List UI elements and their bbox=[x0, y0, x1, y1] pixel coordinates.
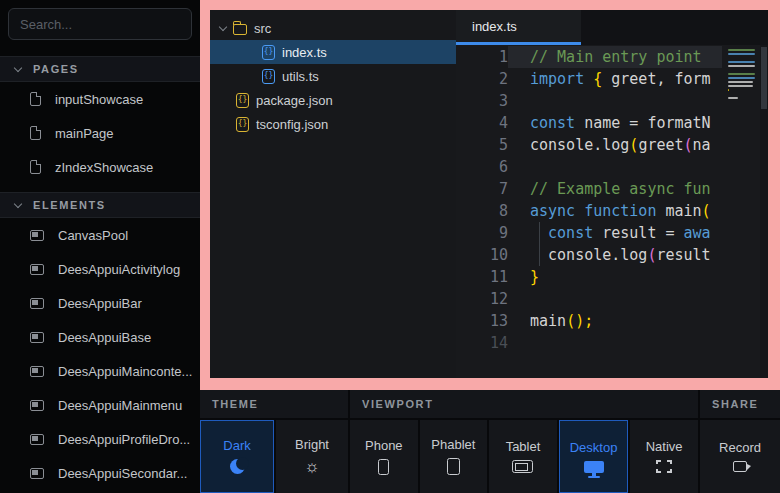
chevron-down-icon bbox=[219, 22, 227, 30]
sun-icon bbox=[304, 458, 320, 475]
share-group: Record bbox=[700, 420, 780, 493]
sidebar-item-label: DeesAppuiBase bbox=[58, 330, 151, 345]
code-area: 1// Main entry point2import { greet, for… bbox=[456, 45, 768, 378]
sidebar: PAGES inputShowcase mainPage zIndexShowc… bbox=[0, 0, 200, 493]
code-line: 14 bbox=[456, 332, 722, 354]
tree-file-package-json[interactable]: package.json bbox=[210, 88, 456, 112]
ts-file-icon bbox=[262, 69, 275, 84]
share-record-button[interactable]: Record bbox=[700, 420, 780, 493]
viewport-native-button[interactable]: Native bbox=[630, 420, 698, 493]
section-label: ELEMENTS bbox=[33, 199, 106, 211]
tree-file-tsconfig-json[interactable]: tsconfig.json bbox=[210, 112, 456, 136]
sidebar-item-inputshowcase[interactable]: inputShowcase bbox=[0, 82, 200, 116]
sidebar-item-label: DeesAppuiMainconte... bbox=[58, 364, 192, 379]
app-root: PAGES inputShowcase mainPage zIndexShowc… bbox=[0, 0, 780, 493]
button-label: Tablet bbox=[506, 440, 541, 453]
sidebar-item-deesappuisecondar[interactable]: DeesAppuiSecondar... bbox=[0, 456, 200, 490]
minimap[interactable] bbox=[728, 49, 758, 378]
page-icon bbox=[30, 126, 41, 140]
code-line: 8async function main( bbox=[456, 200, 722, 222]
phone-icon bbox=[378, 459, 389, 475]
element-icon bbox=[30, 332, 44, 343]
json-file-icon bbox=[236, 93, 249, 108]
button-label: Record bbox=[719, 441, 761, 454]
sidebar-item-canvaspool[interactable]: CanvasPool bbox=[0, 218, 200, 252]
tab-label: index.ts bbox=[472, 19, 517, 34]
sidebar-section-elements[interactable]: ELEMENTS bbox=[0, 192, 200, 218]
theme-section-label: THEME bbox=[200, 390, 348, 418]
sidebar-item-zindexshowcase[interactable]: zIndexShowcase bbox=[0, 150, 200, 184]
button-label: Bright bbox=[295, 438, 329, 451]
tree-file-utils-ts[interactable]: utils.ts bbox=[210, 64, 456, 88]
button-label: Desktop bbox=[570, 441, 618, 454]
sidebar-item-label: zIndexShowcase bbox=[55, 160, 153, 175]
button-label: Phone bbox=[365, 439, 403, 452]
button-label: Native bbox=[646, 440, 683, 453]
desktop-monitor-icon bbox=[584, 461, 604, 473]
scrollbar-thumb[interactable] bbox=[761, 47, 767, 109]
element-icon bbox=[30, 400, 44, 411]
chevron-down-icon bbox=[14, 199, 22, 207]
viewport-desktop-button[interactable]: Desktop bbox=[559, 420, 629, 493]
sidebar-item-label: DeesAppuiBar bbox=[58, 296, 142, 311]
json-file-icon bbox=[236, 117, 249, 132]
theme-dark-button[interactable]: Dark bbox=[200, 420, 274, 493]
tree-label: utils.ts bbox=[282, 69, 319, 84]
element-icon bbox=[30, 434, 44, 445]
code-editor: index.ts 1// Main entry point2import { g… bbox=[456, 10, 768, 378]
properties-bar-buttons: Dark Bright Phone Phablet Tabl bbox=[200, 420, 780, 493]
share-section-label: SHARE bbox=[700, 390, 780, 418]
theme-bright-button[interactable]: Bright bbox=[276, 420, 348, 493]
code-line: 11} bbox=[456, 266, 722, 288]
code-lines[interactable]: 1// Main entry point2import { greet, for… bbox=[456, 46, 722, 378]
viewport-group: Phone Phablet Tablet Desktop Native bbox=[350, 420, 698, 493]
editor-tabbar: index.ts bbox=[456, 10, 768, 45]
chevron-down-icon bbox=[14, 63, 22, 71]
page-icon bbox=[30, 92, 41, 106]
sidebar-item-deesappuimainmenu[interactable]: DeesAppuiMainmenu bbox=[0, 388, 200, 422]
video-camera-icon bbox=[733, 461, 747, 472]
viewport-tablet-button[interactable]: Tablet bbox=[489, 420, 557, 493]
phablet-icon bbox=[447, 458, 460, 475]
button-label: Phablet bbox=[431, 438, 475, 451]
code-line: 13main(); bbox=[456, 310, 722, 332]
sidebar-item-label: DeesAppuiProfileDro... bbox=[58, 432, 190, 447]
viewport-section-label: VIEWPORT bbox=[350, 390, 698, 418]
viewport-phablet-button[interactable]: Phablet bbox=[420, 420, 488, 493]
tree-label: package.json bbox=[256, 93, 333, 108]
fullscreen-icon bbox=[656, 460, 672, 473]
tree-folder-src[interactable]: src bbox=[210, 16, 456, 40]
code-line: 10 console.log(result bbox=[456, 244, 722, 266]
sidebar-item-deesappuiprofiledro[interactable]: DeesAppuiProfileDro... bbox=[0, 422, 200, 456]
moon-icon bbox=[230, 459, 245, 474]
sidebar-item-label: mainPage bbox=[55, 126, 114, 141]
search-input[interactable] bbox=[8, 8, 192, 40]
sidebar-item-deesappuibar[interactable]: DeesAppuiBar bbox=[0, 286, 200, 320]
code-line: 9 const result = awa bbox=[456, 222, 722, 244]
code-line: 4const name = formatN bbox=[456, 112, 722, 134]
element-icon bbox=[30, 468, 44, 479]
sidebar-item-deesappuimainconte[interactable]: DeesAppuiMainconte... bbox=[0, 354, 200, 388]
sidebar-item-mainpage[interactable]: mainPage bbox=[0, 116, 200, 150]
viewport-phone-button[interactable]: Phone bbox=[350, 420, 418, 493]
section-label: PAGES bbox=[33, 63, 79, 75]
tree-file-index-ts[interactable]: index.ts bbox=[210, 40, 456, 64]
sidebar-item-deesappuiactivitylog[interactable]: DeesAppuiActivitylog bbox=[0, 252, 200, 286]
folder-icon bbox=[233, 24, 247, 35]
code-line: 7// Example async fun bbox=[456, 178, 722, 200]
sidebar-section-pages[interactable]: PAGES bbox=[0, 56, 200, 82]
tree-label: index.ts bbox=[282, 45, 327, 60]
ts-file-icon bbox=[262, 45, 275, 60]
properties-bar-headers: THEME VIEWPORT SHARE bbox=[200, 390, 780, 418]
element-icon bbox=[30, 230, 44, 241]
theme-group: Dark Bright bbox=[200, 420, 348, 493]
code-line: 1// Main entry point bbox=[456, 46, 722, 68]
element-icon bbox=[30, 366, 44, 377]
code-line: 12 bbox=[456, 288, 722, 310]
sidebar-item-deesappuibase[interactable]: DeesAppuiBase bbox=[0, 320, 200, 354]
element-icon bbox=[30, 264, 44, 275]
page-icon bbox=[30, 160, 41, 174]
tree-label: tsconfig.json bbox=[256, 117, 328, 132]
code-line: 5console.log(greet(na bbox=[456, 134, 722, 156]
tab-index-ts[interactable]: index.ts bbox=[456, 10, 581, 45]
